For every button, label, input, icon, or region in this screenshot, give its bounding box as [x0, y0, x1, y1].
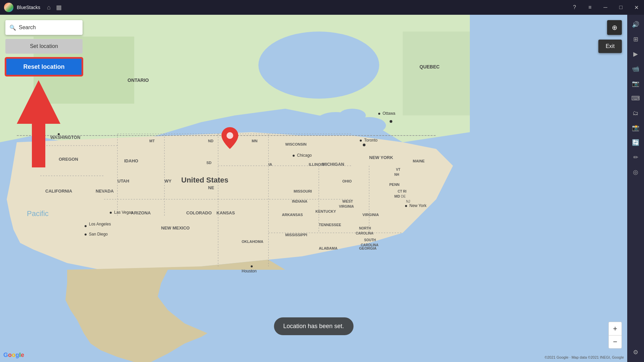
- svg-point-7: [258, 32, 379, 99]
- sidebar-screenshot-icon[interactable]: 📸: [629, 121, 642, 134]
- svg-text:ALABAMA: ALABAMA: [319, 246, 338, 250]
- svg-text:New York: New York: [409, 203, 427, 208]
- search-icon: 🔍: [9, 24, 16, 31]
- svg-text:UTAH: UTAH: [117, 178, 129, 184]
- maximize-button[interactable]: □: [613, 0, 629, 15]
- svg-point-78: [110, 212, 112, 214]
- svg-text:VT: VT: [396, 168, 400, 171]
- svg-text:ARIZONA: ARIZONA: [131, 210, 151, 215]
- svg-text:MISSOURI: MISSOURI: [294, 189, 312, 193]
- sidebar-camera-icon[interactable]: 📷: [629, 77, 642, 90]
- svg-text:CAROLINA: CAROLINA: [356, 231, 374, 235]
- svg-text:NJ: NJ: [406, 200, 410, 203]
- zoom-out-button[interactable]: −: [608, 335, 622, 349]
- map-background: Pacific WASHINGTON OREGON: [0, 15, 627, 362]
- svg-text:DE: DE: [401, 195, 406, 198]
- svg-rect-24: [403, 32, 470, 115]
- svg-text:KANSAS: KANSAS: [216, 210, 235, 215]
- svg-text:VIRGINIA: VIRGINIA: [339, 205, 354, 208]
- apps-icon[interactable]: ▦: [56, 4, 62, 11]
- svg-text:SOUTH: SOUTH: [364, 238, 376, 242]
- window-controls: ? ≡ ─ □ ✕: [567, 0, 644, 15]
- svg-text:MN: MN: [252, 139, 257, 143]
- minimize-button[interactable]: ─: [598, 0, 613, 15]
- sidebar-rotate-icon[interactable]: 🔄: [629, 136, 642, 149]
- right-sidebar: 🔊 ⊞ ▶ 📹 📷 ⌨ 🗂 📸 🔄 ✏ ◎ ⚙: [627, 15, 644, 362]
- svg-text:MICHIGAN: MICHIGAN: [322, 162, 344, 167]
- svg-text:NH: NH: [394, 173, 399, 176]
- search-label: Search: [19, 24, 36, 31]
- svg-text:ONTARIO: ONTARIO: [128, 77, 149, 83]
- svg-point-93: [227, 132, 233, 139]
- svg-text:MAINE: MAINE: [413, 159, 425, 163]
- app-title: BlueStacks: [17, 5, 40, 10]
- zoom-controls: + −: [608, 322, 622, 349]
- sidebar-volume-icon[interactable]: 🔊: [629, 18, 642, 31]
- search-box[interactable]: 🔍 Search: [5, 20, 83, 35]
- svg-text:Chicago: Chicago: [297, 153, 312, 158]
- home-icon[interactable]: ⌂: [47, 4, 51, 11]
- svg-point-92: [390, 120, 392, 123]
- svg-text:NEW MEXICO: NEW MEXICO: [161, 225, 190, 230]
- sidebar-apps-icon[interactable]: ⊞: [629, 33, 642, 46]
- titlebar: BlueStacks ⌂ ▦ ? ≡ ─ □ ✕: [0, 0, 644, 15]
- svg-text:United States: United States: [181, 176, 229, 184]
- svg-text:Ottawa: Ottawa: [383, 111, 395, 116]
- help-button[interactable]: ?: [567, 0, 582, 15]
- titlebar-nav-icons: ⌂ ▦: [47, 4, 62, 11]
- svg-text:KENTUCKY: KENTUCKY: [315, 209, 336, 213]
- gps-icon: ⊕: [612, 23, 617, 32]
- sidebar-target-icon[interactable]: ◎: [629, 166, 642, 178]
- svg-text:IA: IA: [268, 162, 272, 166]
- svg-text:WY: WY: [164, 178, 171, 184]
- sidebar-video-icon[interactable]: 📹: [629, 62, 642, 75]
- svg-text:TENNESSEE: TENNESSEE: [319, 223, 341, 227]
- svg-text:WEST: WEST: [342, 199, 353, 203]
- sidebar-settings-icon[interactable]: ⚙: [629, 346, 642, 359]
- sidebar-folder-icon[interactable]: 🗂: [629, 107, 642, 119]
- svg-text:NE: NE: [208, 185, 214, 190]
- svg-point-86: [378, 113, 380, 115]
- exit-button[interactable]: Exit: [598, 40, 622, 53]
- exit-label: Exit: [606, 43, 615, 49]
- map-container[interactable]: Pacific WASHINGTON OREGON: [0, 15, 627, 362]
- gps-button[interactable]: ⊕: [607, 20, 622, 35]
- svg-text:WASHINGTON: WASHINGTON: [50, 135, 80, 140]
- svg-text:NEW YORK: NEW YORK: [369, 155, 393, 160]
- svg-text:Houston: Houston: [242, 269, 257, 273]
- svg-text:PENN: PENN: [389, 183, 400, 187]
- svg-text:ND: ND: [208, 139, 213, 143]
- svg-point-90: [58, 133, 60, 135]
- reset-location-button[interactable]: Reset location: [5, 58, 83, 76]
- svg-text:San Diego: San Diego: [89, 232, 108, 237]
- svg-text:NEVADA: NEVADA: [96, 189, 114, 194]
- sidebar-keyboard-icon[interactable]: ⌨: [629, 92, 642, 105]
- svg-point-5: [312, 124, 332, 134]
- svg-text:OHIO: OHIO: [342, 179, 352, 183]
- svg-text:Las Vegas: Las Vegas: [114, 210, 133, 215]
- svg-point-76: [85, 234, 87, 236]
- svg-text:Toronto: Toronto: [364, 138, 378, 143]
- svg-text:COLORADO: COLORADO: [186, 210, 212, 215]
- svg-text:QUEBEC: QUEBEC: [419, 64, 440, 69]
- svg-text:MT: MT: [149, 139, 155, 143]
- svg-point-88: [251, 265, 253, 267]
- svg-text:CT RI: CT RI: [398, 190, 406, 193]
- sidebar-edit-icon[interactable]: ✏: [629, 151, 642, 164]
- svg-text:CALIFORNIA: CALIFORNIA: [45, 189, 72, 194]
- menu-button[interactable]: ≡: [582, 0, 598, 15]
- svg-text:MD: MD: [394, 194, 400, 198]
- svg-point-74: [85, 225, 87, 227]
- sidebar-play-icon[interactable]: ▶: [629, 48, 642, 60]
- close-button[interactable]: ✕: [629, 0, 644, 15]
- svg-text:Los Angeles: Los Angeles: [89, 222, 111, 226]
- svg-text:ARKANSAS: ARKANSAS: [282, 213, 303, 217]
- svg-text:NORTH: NORTH: [359, 226, 371, 230]
- svg-text:OKLAHOMA: OKLAHOMA: [242, 240, 263, 244]
- set-location-button[interactable]: Set location: [5, 39, 83, 54]
- zoom-in-button[interactable]: +: [608, 322, 622, 335]
- svg-text:INDIANA: INDIANA: [292, 199, 307, 203]
- svg-point-91: [363, 144, 365, 146]
- svg-text:OREGON: OREGON: [59, 157, 78, 162]
- app-logo: [4, 3, 13, 12]
